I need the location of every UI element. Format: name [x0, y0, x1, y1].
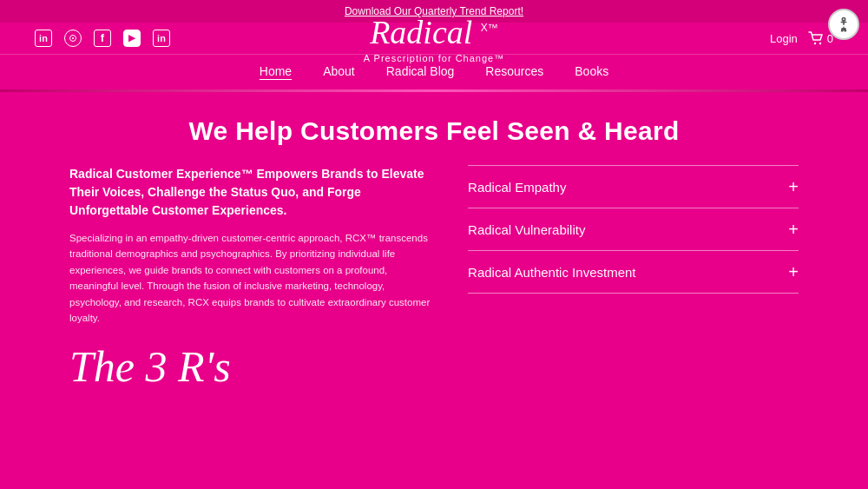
- youtube-icon[interactable]: ▶: [123, 30, 141, 47]
- accordion-item-vulnerability[interactable]: Radical Vulnerability +: [468, 208, 799, 250]
- logo: Radical X™ A Prescription for Change™: [364, 13, 504, 63]
- accordion-item-investment[interactable]: Radical Authentic Investment +: [468, 250, 799, 294]
- header: in f ▶ in Radical X™ A Prescription for …: [0, 23, 868, 54]
- accordion-label-vulnerability: Radical Vulnerability: [468, 222, 585, 237]
- login-link[interactable]: Login: [770, 32, 798, 45]
- facebook-icon[interactable]: f: [94, 30, 111, 47]
- logo-text: Radical X™: [364, 13, 504, 51]
- hero-title: We Help Customers Feel Seen & Heard: [69, 116, 799, 146]
- accordion-label-investment: Radical Authentic Investment: [468, 265, 635, 280]
- accordion-plus-vulnerability: +: [788, 221, 799, 238]
- content-row: Radical Customer Experience™ Empowers Br…: [69, 165, 799, 391]
- cart-icon[interactable]: 0: [808, 31, 833, 45]
- left-column: Radical Customer Experience™ Empowers Br…: [69, 165, 433, 391]
- nav-item-about[interactable]: About: [323, 63, 355, 79]
- social-icons: in f ▶ in: [35, 30, 170, 47]
- bold-description: Radical Customer Experience™ Empowers Br…: [69, 165, 433, 220]
- linkedin2-icon[interactable]: in: [153, 30, 170, 47]
- accordion-item-empathy[interactable]: Radical Empathy +: [468, 165, 799, 208]
- accordion-plus-empathy: +: [788, 178, 799, 195]
- accordion-plus-investment: +: [788, 263, 799, 281]
- accordion-label-empathy: Radical Empathy: [468, 180, 566, 195]
- nav-item-resources[interactable]: Resources: [485, 63, 543, 79]
- svg-point-0: [842, 18, 845, 21]
- main-content: We Help Customers Feel Seen & Heard Radi…: [0, 92, 868, 408]
- nav-item-books[interactable]: Books: [575, 63, 608, 79]
- linkedin-icon[interactable]: in: [35, 30, 52, 47]
- header-right: Login 0: [770, 31, 833, 45]
- instagram-icon[interactable]: [64, 30, 82, 47]
- script-heading: The 3 R's: [69, 343, 433, 391]
- svg-point-2: [819, 43, 821, 44]
- right-column: Radical Empathy + Radical Vulnerability …: [468, 165, 799, 294]
- svg-point-1: [814, 43, 816, 44]
- accessibility-button[interactable]: [828, 9, 859, 40]
- normal-description: Specializing in an empathy-driven custom…: [69, 230, 433, 326]
- nav-item-blog[interactable]: Radical Blog: [386, 63, 455, 79]
- logo-tagline: A Prescription for Change™: [364, 53, 504, 63]
- nav-item-home[interactable]: Home: [260, 63, 292, 79]
